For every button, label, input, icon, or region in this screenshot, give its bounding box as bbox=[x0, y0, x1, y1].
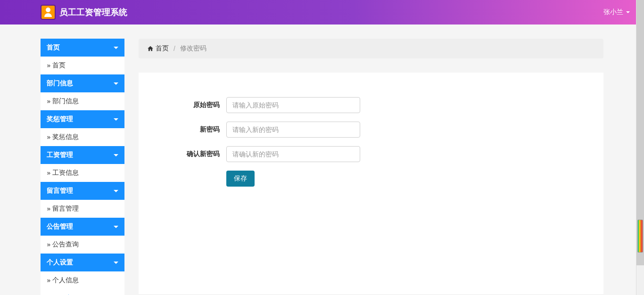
menu-group-label: 公告管理 bbox=[47, 222, 73, 231]
new-password-input[interactable] bbox=[226, 122, 360, 138]
sidebar-item-label: 部门信息 bbox=[52, 97, 79, 106]
sidebar-item-label: 公告查询 bbox=[52, 240, 79, 249]
sidebar-item-label: 工资信息 bbox=[52, 169, 79, 177]
breadcrumb-current: 修改密码 bbox=[180, 44, 206, 53]
raquo-icon: » bbox=[47, 241, 50, 248]
sidebar-item-label: 个人信息 bbox=[52, 276, 79, 285]
chevron-down-icon bbox=[114, 190, 118, 192]
breadcrumb-home[interactable]: 首页 bbox=[147, 44, 169, 53]
original-password-input[interactable] bbox=[226, 97, 360, 113]
raquo-icon: » bbox=[47, 169, 50, 177]
main-content: 首页 / 修改密码 原始密码 新密码 确认新密码 保存 bbox=[139, 39, 603, 294]
menu-group-label: 奖惩管理 bbox=[47, 115, 73, 123]
menu-group-header[interactable]: 个人设置 bbox=[41, 254, 124, 271]
form-panel: 原始密码 新密码 确认新密码 保存 bbox=[139, 73, 603, 294]
top-header: 员工工资管理系统 张小兰 bbox=[0, 0, 644, 25]
sidebar-item[interactable]: »留言管理 bbox=[41, 200, 124, 218]
menu-group-header[interactable]: 留言管理 bbox=[41, 182, 124, 200]
sidebar-item[interactable]: »奖惩信息 bbox=[41, 128, 124, 146]
raquo-icon: » bbox=[47, 62, 50, 69]
original-password-label: 原始密码 bbox=[153, 101, 226, 109]
sidebar-item[interactable]: »工资信息 bbox=[41, 164, 124, 182]
menu-group-label: 工资管理 bbox=[47, 151, 73, 159]
sidebar-item[interactable]: »部门信息 bbox=[41, 92, 124, 110]
menu-group-label: 首页 bbox=[47, 43, 60, 52]
sidebar-item[interactable]: »个人信息 bbox=[41, 271, 124, 289]
confirm-password-input[interactable] bbox=[226, 146, 360, 162]
user-name: 张小兰 bbox=[603, 8, 623, 16]
sidebar-item[interactable]: »修改密码 bbox=[41, 289, 124, 295]
chevron-down-icon bbox=[114, 82, 118, 85]
confirm-password-label: 确认新密码 bbox=[153, 150, 226, 158]
save-button[interactable]: 保存 bbox=[226, 171, 255, 187]
menu-group-header[interactable]: 公告管理 bbox=[41, 218, 124, 236]
chevron-down-icon bbox=[114, 154, 118, 156]
app-title: 员工工资管理系统 bbox=[59, 7, 127, 18]
menu-group-label: 个人设置 bbox=[47, 258, 73, 267]
chevron-down-icon bbox=[114, 226, 118, 228]
user-dropdown[interactable]: 张小兰 bbox=[603, 8, 630, 16]
new-password-label: 新密码 bbox=[153, 125, 226, 134]
menu-group-header[interactable]: 奖惩管理 bbox=[41, 110, 124, 128]
sidebar-item-label: 留言管理 bbox=[52, 205, 79, 213]
menu-group-header[interactable]: 工资管理 bbox=[41, 146, 124, 164]
raquo-icon: » bbox=[47, 277, 50, 284]
menu-group-label: 部门信息 bbox=[47, 79, 73, 88]
breadcrumb: 首页 / 修改密码 bbox=[139, 39, 603, 58]
chevron-down-icon bbox=[114, 118, 118, 121]
home-icon bbox=[147, 45, 154, 52]
brand-logo-icon bbox=[41, 5, 56, 20]
raquo-icon: » bbox=[47, 98, 50, 105]
raquo-icon: » bbox=[47, 133, 50, 141]
sidebar-item-label: 奖惩信息 bbox=[52, 133, 79, 141]
breadcrumb-separator: / bbox=[173, 45, 175, 52]
sidebar-item[interactable]: »公告查询 bbox=[41, 236, 124, 254]
chevron-down-icon bbox=[114, 262, 118, 264]
scroll-level-indicator-icon bbox=[637, 220, 643, 253]
sidebar-item-label: 首页 bbox=[52, 61, 66, 70]
sidebar-item[interactable]: »首页 bbox=[41, 57, 124, 74]
breadcrumb-home-label: 首页 bbox=[156, 44, 169, 53]
sidebar: 首页»首页部门信息»部门信息奖惩管理»奖惩信息工资管理»工资信息留言管理»留言管… bbox=[41, 39, 124, 295]
caret-down-icon bbox=[626, 11, 630, 13]
brand: 员工工资管理系统 bbox=[41, 5, 127, 20]
raquo-icon: » bbox=[47, 205, 50, 213]
chevron-down-icon bbox=[114, 47, 118, 49]
menu-group-label: 留言管理 bbox=[47, 187, 73, 195]
menu-group-header[interactable]: 首页 bbox=[41, 39, 124, 57]
menu-group-header[interactable]: 部门信息 bbox=[41, 74, 124, 92]
